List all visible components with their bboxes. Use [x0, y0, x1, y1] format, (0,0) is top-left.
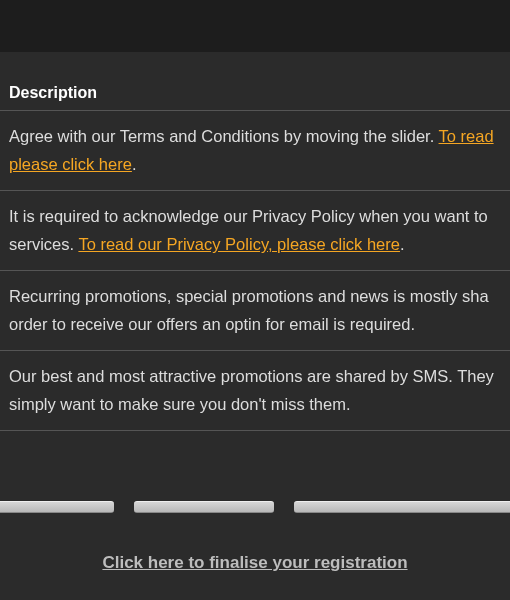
finalise-area: Click here to finalise your registration — [0, 513, 510, 573]
top-bar — [0, 0, 510, 52]
slider-fragment[interactable] — [0, 501, 114, 513]
terms-text-after: . — [132, 155, 137, 173]
finalise-link[interactable]: Click here to finalise your registration — [102, 553, 407, 572]
terms-text-before: Agree with our Terms and Conditions by m… — [9, 127, 439, 145]
sms-text: Our best and most attractive promotions … — [9, 367, 494, 413]
description-label: Description — [9, 84, 97, 101]
privacy-row: It is required to acknowledge our Privac… — [0, 191, 510, 271]
slider-fragment[interactable] — [134, 501, 274, 513]
promotions-row: Recurring promotions, special promotions… — [0, 271, 510, 351]
description-header-row: Description — [0, 52, 510, 111]
promotions-text: Recurring promotions, special promotions… — [9, 287, 489, 333]
sliders-area — [0, 431, 510, 513]
slider-fragment[interactable] — [294, 501, 510, 513]
terms-row: Agree with our Terms and Conditions by m… — [0, 111, 510, 191]
privacy-link[interactable]: To read our Privacy Policy, please click… — [78, 235, 400, 253]
sms-row: Our best and most attractive promotions … — [0, 351, 510, 431]
content-area: Description Agree with our Terms and Con… — [0, 52, 510, 573]
privacy-text-after: . — [400, 235, 405, 253]
